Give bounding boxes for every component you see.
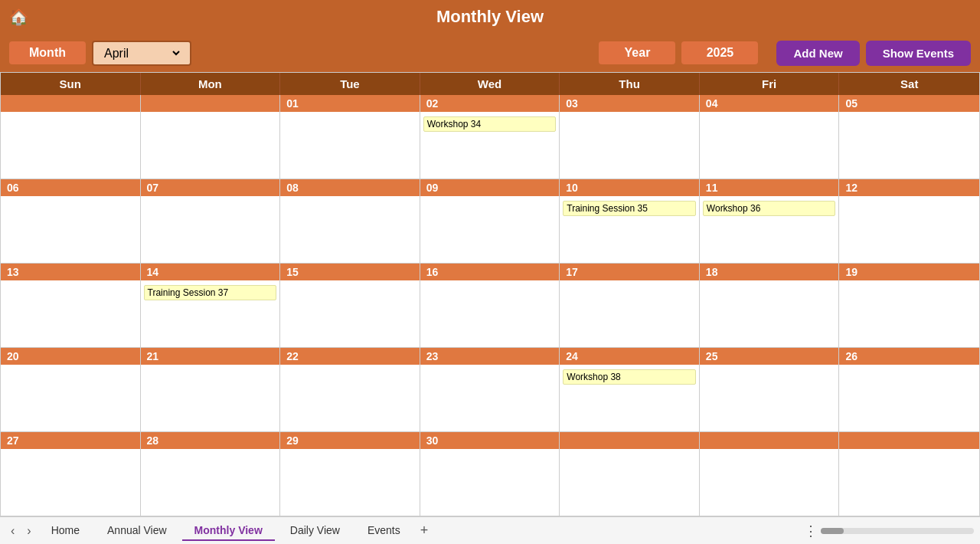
calendar-cell-4-3[interactable]: 30 [420, 432, 560, 516]
show-events-button[interactable]: Show Events [866, 41, 971, 66]
calendar-cell-2-4[interactable]: 17 [560, 264, 700, 347]
cell-content-3-6 [839, 365, 979, 431]
cell-date-1-0: 06 [1, 179, 140, 196]
calendar-cell-1-2[interactable]: 08 [280, 179, 420, 263]
calendar-cell-0-5[interactable]: 04 [700, 95, 840, 179]
calendar-cell-4-6[interactable] [839, 432, 979, 516]
calendar-cell-2-3[interactable]: 16 [420, 264, 560, 347]
cell-content-1-5: Workshop 36 [700, 196, 839, 263]
cell-date-1-6: 12 [839, 179, 979, 196]
event-chip-0-3-0[interactable]: Workshop 34 [423, 116, 557, 132]
cell-content-4-4 [560, 449, 699, 516]
calendar-cell-3-1[interactable]: 21 [141, 348, 281, 431]
cell-date-1-5: 11 [700, 179, 839, 196]
calendar-week-2: 1314Training Session 371516171819 [1, 264, 979, 348]
month-select-box[interactable]: January February March April May June Ju… [92, 41, 191, 66]
cell-date-2-3: 16 [420, 264, 560, 280]
cell-date-4-4 [560, 432, 699, 449]
add-new-button[interactable]: Add New [776, 41, 859, 66]
cell-content-2-4 [560, 280, 699, 347]
cell-date-1-4: 10 [560, 179, 699, 196]
calendar-cell-3-0[interactable]: 20 [1, 348, 141, 431]
calendar-cell-1-5[interactable]: 11Workshop 36 [700, 179, 840, 263]
header-sat: Sat [839, 73, 979, 95]
event-chip-2-1-0[interactable]: Training Session 37 [144, 285, 277, 300]
tab-daily-view[interactable]: Daily View [278, 521, 352, 541]
event-chip-1-5-0[interactable]: Workshop 36 [703, 201, 836, 216]
tab-home[interactable]: Home [39, 521, 92, 541]
scroll-thumb[interactable] [821, 528, 844, 534]
cell-date-2-2: 15 [280, 264, 420, 280]
calendar-cell-0-3[interactable]: 02Workshop 34 [420, 95, 560, 179]
cell-content-0-2 [280, 112, 420, 179]
cell-date-4-6 [839, 432, 979, 449]
cell-content-0-3: Workshop 34 [420, 112, 560, 179]
calendar-cell-0-1[interactable] [141, 95, 281, 179]
month-label: Month [9, 41, 86, 64]
calendar-cell-4-5[interactable] [700, 432, 840, 516]
tab-add-button[interactable]: + [416, 521, 433, 540]
cell-date-4-2: 29 [280, 432, 420, 449]
event-chip-1-4-0[interactable]: Training Session 35 [563, 201, 696, 216]
cell-content-2-0 [1, 280, 140, 347]
calendar-week-0: 0102Workshop 34030405 [1, 95, 979, 179]
cell-content-4-1 [141, 449, 280, 516]
calendar-cell-2-5[interactable]: 18 [700, 264, 840, 347]
cell-content-1-4: Training Session 35 [560, 196, 699, 263]
tab-menu-button[interactable]: ⋮ [804, 523, 818, 539]
scroll-track[interactable] [821, 528, 974, 534]
calendar-cell-3-5[interactable]: 25 [700, 348, 840, 431]
cell-date-2-4: 17 [560, 264, 699, 280]
calendar-cell-0-0[interactable] [1, 95, 141, 179]
calendar-cell-4-4[interactable] [560, 432, 700, 516]
month-select[interactable]: January February March April May June Ju… [101, 46, 182, 61]
calendar-cell-1-4[interactable]: 10Training Session 35 [560, 179, 700, 263]
tab-next-button[interactable]: › [22, 523, 35, 539]
calendar-cell-2-0[interactable]: 13 [1, 264, 141, 347]
calendar-cell-4-2[interactable]: 29 [280, 432, 420, 516]
cell-date-1-3: 09 [420, 179, 560, 196]
cell-date-0-6: 05 [839, 95, 979, 112]
controls-bar: Month January February March April May J… [0, 34, 980, 72]
event-chip-3-4-0[interactable]: Workshop 38 [563, 369, 696, 385]
cell-date-2-5: 18 [700, 264, 839, 280]
tab-bar: ‹ › Home Annual View Monthly View Daily … [0, 516, 980, 544]
calendar-cell-4-0[interactable]: 27 [1, 432, 141, 516]
header-mon: Mon [141, 73, 281, 95]
cell-date-0-2: 01 [280, 95, 420, 112]
home-icon[interactable]: 🏠 [9, 8, 28, 26]
cell-content-3-4: Workshop 38 [560, 365, 699, 431]
calendar-cell-3-2[interactable]: 22 [280, 348, 420, 431]
cell-content-1-0 [1, 196, 140, 263]
calendar-cell-1-3[interactable]: 09 [420, 179, 560, 263]
cell-content-3-2 [280, 365, 420, 431]
calendar-cell-1-6[interactable]: 12 [839, 179, 979, 263]
title-bar: 🏠 Monthly View [0, 0, 980, 34]
calendar-cell-2-6[interactable]: 19 [839, 264, 979, 347]
calendar-grid: 0102Workshop 340304050607080910Training … [1, 95, 979, 516]
tab-monthly-view[interactable]: Monthly View [182, 521, 275, 541]
cell-content-2-1: Training Session 37 [141, 280, 280, 347]
cell-content-4-6 [839, 449, 979, 516]
calendar-cell-3-3[interactable]: 23 [420, 348, 560, 431]
cell-date-3-0: 20 [1, 348, 140, 365]
calendar-cell-1-1[interactable]: 07 [141, 179, 281, 263]
cell-date-1-1: 07 [141, 179, 280, 196]
calendar-cell-2-1[interactable]: 14Training Session 37 [141, 264, 281, 347]
calendar-cell-2-2[interactable]: 15 [280, 264, 420, 347]
calendar-cell-3-4[interactable]: 24Workshop 38 [560, 348, 700, 431]
page-title: Monthly View [436, 7, 544, 27]
tab-annual-view[interactable]: Annual View [95, 521, 179, 541]
calendar-cell-1-0[interactable]: 06 [1, 179, 141, 263]
cell-date-3-2: 22 [280, 348, 420, 365]
tab-events[interactable]: Events [355, 521, 413, 541]
tab-prev-button[interactable]: ‹ [6, 523, 19, 539]
cell-content-3-0 [1, 365, 140, 431]
calendar-cell-3-6[interactable]: 26 [839, 348, 979, 431]
cell-date-4-0: 27 [1, 432, 140, 449]
calendar-cell-0-2[interactable]: 01 [280, 95, 420, 179]
cell-content-2-5 [700, 280, 839, 347]
calendar-cell-4-1[interactable]: 28 [141, 432, 281, 516]
calendar-cell-0-4[interactable]: 03 [560, 95, 700, 179]
calendar-cell-0-6[interactable]: 05 [839, 95, 979, 179]
